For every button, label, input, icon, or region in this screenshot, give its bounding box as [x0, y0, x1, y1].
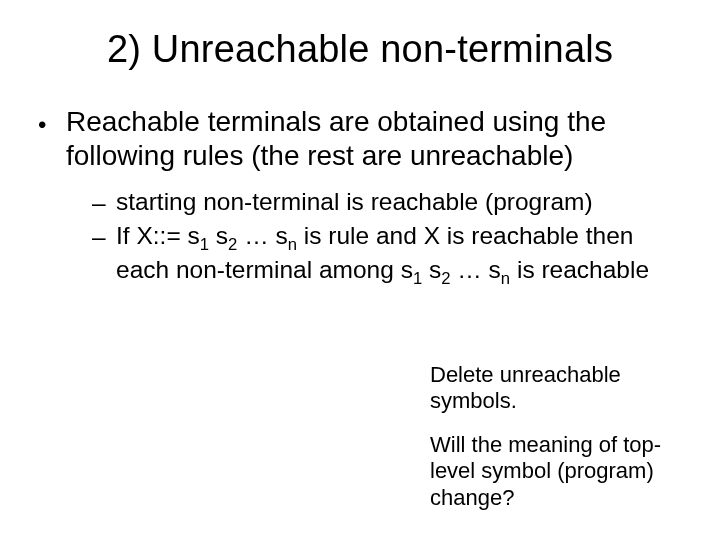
- bullet-marker-icon: [36, 105, 66, 141]
- subscript: 2: [228, 235, 237, 254]
- t: is reachable: [510, 256, 649, 283]
- bullet-text: Reachable terminals are obtained using t…: [66, 105, 680, 173]
- t: is rule and X is reachable then: [297, 222, 633, 249]
- sub-bullet-continuation: each non-terminal among s1 s2 … sn is re…: [92, 255, 680, 286]
- side-note: Delete unreachable symbols.: [430, 362, 680, 415]
- sub-bullet-list: – starting non-terminal is reachable (pr…: [36, 187, 680, 285]
- t: If X::= s: [116, 222, 200, 249]
- sub-bullet-text: If X::= s1 s2 … sn is rule and X is reac…: [116, 221, 680, 252]
- sub-bullet-item: – starting non-terminal is reachable (pr…: [92, 187, 680, 219]
- dash-marker-icon: –: [92, 221, 116, 253]
- subscript: n: [501, 268, 510, 287]
- subscript: 1: [200, 235, 209, 254]
- side-note: Will the meaning of top-level symbol (pr…: [430, 432, 680, 511]
- t: … s: [237, 222, 287, 249]
- t: … s: [450, 256, 500, 283]
- subscript: n: [288, 235, 297, 254]
- bullet-item: Reachable terminals are obtained using t…: [36, 105, 680, 173]
- t: s: [422, 256, 441, 283]
- slide-body: Reachable terminals are obtained using t…: [0, 105, 720, 285]
- sub-bullet-item: – If X::= s1 s2 … sn is rule and X is re…: [92, 221, 680, 253]
- dash-marker-icon: –: [92, 187, 116, 219]
- t: each non-terminal among s: [116, 256, 413, 283]
- slide-title: 2) Unreachable non-terminals: [0, 0, 720, 105]
- sub-bullet-text: starting non-terminal is reachable (prog…: [116, 187, 680, 218]
- t: s: [209, 222, 228, 249]
- subscript: 1: [413, 268, 422, 287]
